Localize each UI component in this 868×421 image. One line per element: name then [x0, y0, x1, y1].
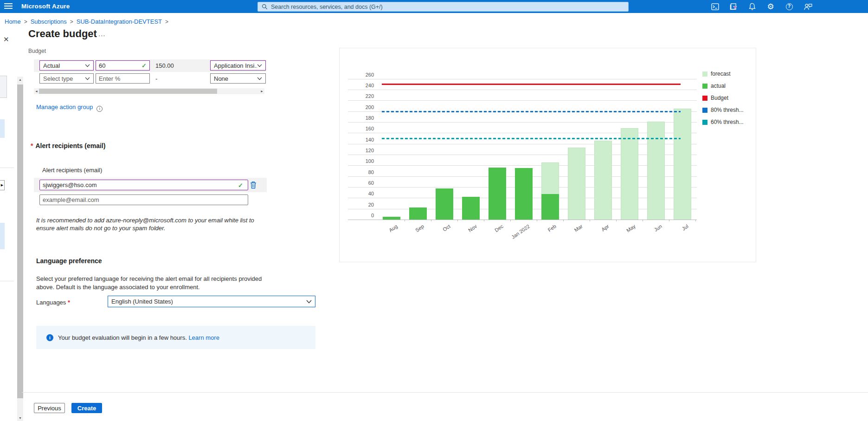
scroll-up-icon[interactable]: ▲	[17, 77, 23, 83]
gear-icon: ⚙	[767, 3, 774, 11]
languages-label-text: Languages	[36, 299, 66, 306]
notifications-button[interactable]	[743, 0, 761, 13]
manage-action-group-link[interactable]: Manage action group	[36, 104, 93, 110]
x-axis-tick	[695, 220, 696, 221]
scroll-right-icon[interactable]: ►	[259, 88, 264, 94]
page-subtitle: Budget	[28, 48, 46, 54]
action-group-dropdown[interactable]: Application Insi...	[210, 60, 266, 71]
x-axis-label: Jul	[661, 223, 689, 246]
add-email-input[interactable]	[39, 194, 248, 205]
legend-swatch	[702, 108, 707, 113]
legend-swatch	[702, 120, 707, 125]
x-axis-label: Apr	[582, 223, 610, 246]
previous-button[interactable]: Previous	[34, 403, 65, 413]
directory-filter-button[interactable]	[724, 0, 743, 13]
x-axis-label: Jun	[635, 223, 663, 246]
legend-item: forecast	[702, 71, 744, 77]
bar-actual[interactable]	[541, 194, 559, 220]
select-type-placeholder: Select type	[43, 75, 85, 82]
legend-swatch	[702, 84, 707, 89]
bar-actual[interactable]	[462, 197, 480, 220]
language-dropdown[interactable]: English (United States)	[108, 296, 315, 307]
bar-actual[interactable]	[383, 217, 400, 220]
bar-forecast[interactable]	[647, 122, 665, 220]
bar-forecast[interactable]	[621, 128, 638, 220]
bar-actual[interactable]	[489, 168, 506, 220]
scroll-left-icon[interactable]: ◄	[34, 88, 39, 94]
legend-label: actual	[711, 83, 726, 89]
bar-forecast[interactable]	[674, 109, 691, 220]
expand-panel-button[interactable]: ▶	[0, 180, 5, 190]
scroll-down-icon[interactable]: ▼	[17, 415, 23, 421]
legend-item: actual	[702, 83, 744, 89]
chart-legend: forecastactualBudget80% thresh...60% thr…	[702, 71, 744, 131]
learn-more-link[interactable]: Learn more	[188, 334, 219, 341]
gridline	[348, 122, 697, 123]
x-axis-label: Dec	[476, 223, 504, 246]
x-axis-tick	[643, 220, 643, 221]
menu-icon[interactable]	[4, 3, 13, 10]
select-type-dropdown[interactable]: Select type	[39, 73, 94, 84]
info-icon: i	[96, 106, 103, 112]
delete-recipient-button[interactable]	[249, 180, 258, 190]
cloud-shell-icon	[711, 3, 719, 10]
gridline	[348, 144, 697, 144]
bar-actual[interactable]	[515, 168, 533, 220]
breadcrumb-subscription-name[interactable]: SUB-DataIntegration-DEVTEST	[77, 18, 162, 25]
context-menu-button[interactable]: ...	[98, 30, 106, 38]
background-fragment	[0, 119, 5, 138]
search-input[interactable]	[271, 4, 624, 10]
action-group-value: Application Insi...	[214, 62, 257, 69]
info-icon: i	[46, 334, 53, 341]
y-axis-label: 80	[348, 169, 374, 175]
y-axis-label: 0	[348, 213, 374, 218]
horizontal-scrollbar[interactable]: ◄ ►	[34, 88, 264, 94]
required-asterisk: *	[31, 142, 33, 149]
threshold-line-60	[382, 138, 681, 139]
legend-label: forecast	[711, 71, 731, 77]
bar-forecast[interactable]	[594, 141, 612, 220]
email-input[interactable]	[39, 180, 248, 190]
x-axis-label: Nov	[450, 223, 478, 246]
alert-recipients-field-label: Alert recipients (email)	[42, 167, 102, 174]
chevron-down-icon	[257, 77, 262, 80]
x-axis-tick	[537, 220, 537, 221]
settings-button[interactable]: ⚙	[761, 0, 780, 13]
legend-swatch	[702, 96, 707, 101]
x-axis-label: Sep	[397, 223, 425, 246]
valid-check-icon: ✓	[238, 182, 243, 189]
horizontal-scrollbar-thumb[interactable]	[39, 89, 217, 94]
x-axis-tick	[484, 220, 484, 221]
cloud-shell-button[interactable]	[706, 0, 724, 13]
feedback-button[interactable]	[798, 0, 817, 13]
x-axis-tick	[510, 220, 511, 221]
breadcrumb: Home>Subscriptions>SUB-DataIntegration-D…	[5, 18, 172, 25]
bar-actual[interactable]	[436, 188, 453, 220]
vertical-scrollbar-thumb[interactable]	[17, 84, 23, 398]
background-fragment	[0, 76, 7, 98]
vertical-scrollbar[interactable]: ▲ ▼	[17, 77, 23, 421]
chevron-down-icon	[85, 64, 90, 67]
background-fragment	[0, 281, 14, 281]
bar-actual[interactable]	[409, 207, 427, 220]
enter-percent-input[interactable]	[96, 73, 150, 84]
alert-type-dropdown[interactable]: Actual	[39, 60, 94, 71]
y-axis-label: 260	[348, 72, 374, 78]
y-axis-label: 160	[348, 126, 374, 131]
breadcrumb-home[interactable]: Home	[5, 18, 21, 25]
bar-forecast[interactable]	[568, 148, 585, 220]
close-blade-button[interactable]: ✕	[3, 36, 9, 43]
x-axis-tick	[669, 220, 669, 221]
breadcrumb-subscriptions[interactable]: Subscriptions	[31, 18, 67, 25]
x-axis-label: Mar	[555, 223, 584, 246]
legend-label: Budget	[711, 95, 728, 101]
help-button[interactable]: ?	[780, 0, 798, 13]
help-icon: ?	[786, 3, 793, 10]
y-axis-label: 220	[348, 93, 374, 99]
global-search[interactable]	[257, 2, 629, 12]
topbar-icons: ⚙ ?	[706, 0, 817, 13]
action-group-none-dropdown[interactable]: None	[210, 73, 266, 84]
action-group-none-value: None	[214, 75, 257, 82]
create-button[interactable]: Create	[71, 403, 102, 413]
cost-chart-card: 020406080100120140160180200220240260AugS…	[339, 48, 756, 262]
